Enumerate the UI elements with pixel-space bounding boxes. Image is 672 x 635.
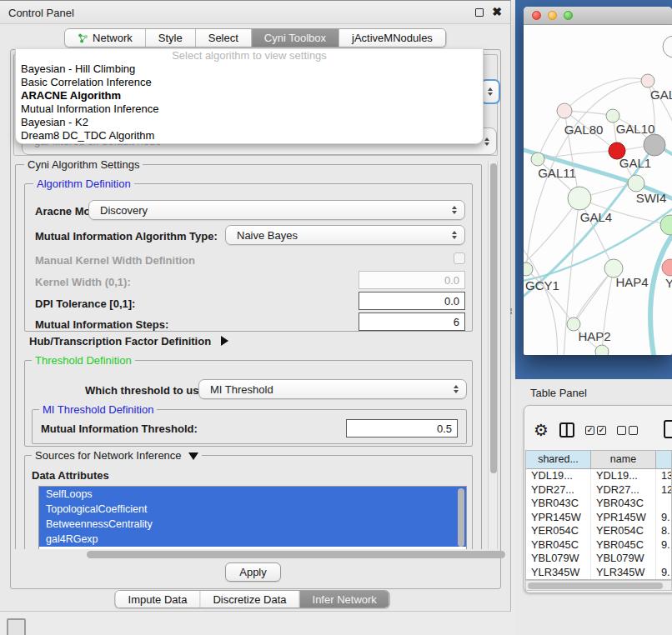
table-row[interactable]: YDR27...YDR27...12	[526, 483, 671, 498]
algorithm-option[interactable]: Bayesian - K2	[16, 116, 483, 129]
table-row[interactable]: YBR045CYBR045C9.	[526, 538, 671, 552]
kernel-width-field[interactable]: 0.0	[359, 271, 465, 289]
table-horizontal-scrollbar[interactable]	[525, 580, 672, 591]
minimize-traffic-light[interactable]	[548, 11, 557, 20]
attribute-item[interactable]: SelfLoops	[39, 487, 466, 502]
network-node[interactable]	[663, 36, 672, 58]
column-header[interactable]: name	[591, 451, 656, 468]
hub-definition-toggle[interactable]: Hub/Transcription Factor Definition	[29, 335, 228, 348]
zoom-traffic-light[interactable]	[564, 11, 573, 20]
table-row[interactable]: YPR145WYPR145W9.	[526, 511, 671, 525]
network-node[interactable]	[595, 345, 609, 355]
network-canvas[interactable]: GALGAL80GAL10GAL11GAL1SWI4GAL4GCY1HAP4YH…	[524, 25, 672, 355]
tab-style[interactable]: Style	[146, 29, 196, 47]
network-node[interactable]	[660, 215, 672, 235]
network-node[interactable]	[662, 259, 672, 276]
network-node[interactable]	[568, 187, 591, 210]
network-node[interactable]	[644, 134, 665, 156]
attribute-item[interactable]: BetweennessCentrality	[39, 517, 466, 532]
network-node[interactable]	[557, 103, 572, 118]
attribute-item[interactable]: TopologicalCoefficient	[39, 502, 466, 517]
scrollbar-thumb[interactable]	[87, 551, 505, 558]
select-all-icon[interactable]: ✓ ✓	[585, 426, 606, 435]
network-node[interactable]	[531, 152, 544, 166]
network-edge[interactable]	[564, 198, 579, 355]
sources-toggle[interactable]: Sources for Network Inference	[32, 449, 202, 462]
mi-threshold-label: Mutual Information Threshold:	[41, 422, 198, 435]
apply-button[interactable]: Apply	[225, 562, 281, 582]
tab-impute-data[interactable]: Impute Data	[116, 591, 201, 608]
mi-type-combo[interactable]: Naive Bayes	[225, 225, 465, 245]
tab-select[interactable]: Select	[196, 29, 252, 47]
table-cell: YER054C	[591, 524, 656, 538]
algorithm-option[interactable]: Dream8 DC_TDC Algorithm	[16, 129, 483, 142]
network-node-label: GAL1	[619, 156, 651, 170]
tab-cyni-toolbox[interactable]: Cyni Toolbox	[252, 29, 339, 47]
function-builder-icon[interactable]	[664, 420, 672, 438]
tab-network[interactable]: Network	[65, 29, 146, 47]
close-icon[interactable]: ✖	[492, 5, 502, 18]
mi-steps-field[interactable]: 6	[359, 312, 465, 331]
tab-jactivemnodules[interactable]: jActiveMNodules	[339, 29, 445, 47]
algorithm-option[interactable]: Basic Correlation Inference	[16, 76, 483, 89]
dpi-tolerance-field[interactable]: 0.0	[359, 292, 465, 310]
manual-kernel-checkbox[interactable]	[454, 252, 465, 264]
column-view-icon[interactable]	[559, 422, 574, 438]
network-node[interactable]	[641, 74, 654, 88]
table-cell: 13	[656, 469, 672, 483]
tab-discretize-data[interactable]: Discretize Data	[200, 591, 299, 608]
float-window-icon[interactable]	[475, 8, 484, 17]
table-cell: YBR043C	[526, 497, 591, 511]
algorithm-option[interactable]: Mutual Information Inference	[16, 102, 483, 116]
algorithm-option[interactable]: Bayesian - Hill Climbing	[16, 62, 483, 76]
manual-kernel-label: Manual Kernel Width Definition	[35, 254, 195, 267]
table-row[interactable]: YDL19...YDL19...13	[526, 469, 671, 483]
minimized-panel-icon[interactable]	[7, 618, 26, 635]
network-edge[interactable]	[574, 268, 614, 324]
network-node[interactable]	[628, 175, 644, 192]
checked-box-icon: ✓	[585, 426, 594, 435]
table-row[interactable]: YBR043CYBR043C	[526, 497, 671, 511]
threshold-definition-group: Threshold Definition Which threshold to …	[24, 360, 473, 447]
deselect-all-icon[interactable]	[617, 426, 638, 435]
scrollbar-thumb[interactable]	[490, 163, 497, 473]
network-view-window[interactable]: GALGAL80GAL10GAL11GAL1SWI4GAL4GCY1HAP4YH…	[524, 7, 672, 355]
scrollbar-thumb[interactable]	[528, 582, 663, 589]
list-scrollbar-thumb[interactable]	[458, 488, 464, 547]
column-header[interactable]	[656, 451, 672, 468]
aracne-mode-combo[interactable]: Discovery	[88, 200, 465, 220]
close-traffic-light[interactable]	[532, 11, 541, 20]
control-panel-titlebar[interactable]: Control Panel ✖	[0, 1, 510, 24]
gear-icon[interactable]: ⚙	[534, 421, 549, 439]
checked-box-icon: ✓	[597, 426, 606, 435]
settings-horizontal-scrollbar[interactable]	[12, 550, 499, 560]
attribute-item[interactable]: gal4RGexp	[39, 532, 466, 547]
data-attributes-list[interactable]: SelfLoopsTopologicalCoefficientBetweenne…	[38, 486, 467, 549]
table-toolbar: ⚙ ✓ ✓	[534, 418, 638, 442]
algorithm-option[interactable]: ARACNE Algorithm	[16, 89, 483, 102]
mi-threshold-field[interactable]: 0.5	[346, 419, 458, 438]
network-node[interactable]	[606, 109, 619, 122]
table-row[interactable]: YBL079WYBL079W	[526, 552, 671, 566]
settings-vertical-scrollbar[interactable]	[488, 161, 498, 549]
network-edge[interactable]	[538, 111, 564, 159]
network-tab-icon	[78, 33, 88, 43]
tab-infer-network[interactable]: Infer Network	[300, 591, 389, 608]
column-header[interactable]: shared...	[526, 451, 591, 468]
which-threshold-combo[interactable]: MI Threshold	[198, 379, 467, 399]
threshold-definition-title: Threshold Definition	[32, 354, 135, 367]
table-row[interactable]: YLR345WYLR345W9.	[526, 566, 671, 580]
table-cell	[656, 552, 672, 566]
network-edge[interactable]	[564, 78, 648, 111]
split-pane-grip[interactable]	[509, 308, 513, 315]
node-table[interactable]: shared...name YDL19...YDL19...13YDR27...…	[525, 450, 672, 580]
network-window-titlebar[interactable]	[524, 7, 672, 25]
network-node[interactable]	[524, 262, 533, 276]
network-edge[interactable]	[524, 198, 579, 268]
network-node-label: GAL	[650, 88, 672, 102]
table-cell: 12	[656, 483, 672, 498]
tab-label: Infer Network	[313, 593, 377, 606]
table-cell: 9.	[656, 511, 672, 525]
table-row[interactable]: YER054CYER054C8.	[526, 524, 671, 538]
network-edge[interactable]	[524, 243, 558, 355]
